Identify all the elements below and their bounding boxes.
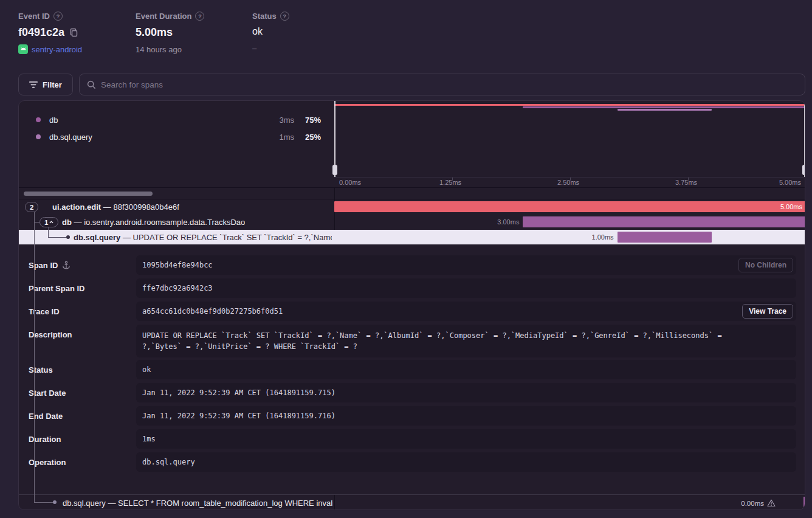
span-bar[interactable]: 5.00ms [334,201,805,212]
duration-value-box: 1ms [136,429,796,449]
legend-duration: 1ms [279,133,294,142]
filter-button[interactable]: Filter [18,74,73,95]
event-id-label-row: Event ID ? [18,12,82,21]
span-duration: 3.00ms [497,216,519,227]
android-icon [18,44,28,54]
minimap-span-line [523,106,805,108]
start-date-value: Jan 11, 2022 9:52:39 AM CET (1641891159.… [142,388,335,397]
status-field-value: ok [142,365,151,374]
operation-field-value: db.sql.query [142,458,195,466]
time-axis: 0.00ms 1.25ms 2.50ms 3.75ms 5.00ms [334,177,805,187]
trace-minimap[interactable] [334,101,805,177]
span-id-value-box: 1095bd4ef8e94bcc No Children [136,255,796,275]
legend-dot [36,117,41,122]
span-row-db-sql-query-selected[interactable]: db.sql.query — UPDATE OR REPLACE `Track`… [19,230,805,244]
span-desc: io.sentry.android.roomsample.data.Tracks… [84,218,245,227]
legend-item-db[interactable]: db 3ms 75% [19,111,334,128]
status-field-label: Status [29,360,132,379]
axis-label: 0.00ms [339,179,361,186]
parent-span-id-value: ffe7dbc92a6942c3 [142,284,213,292]
help-icon[interactable]: ? [195,12,204,21]
warning-icon [767,499,776,507]
parent-span-id-value-box: ffe7dbc92a6942c3 [136,278,796,298]
badge-count: 2 [30,204,33,211]
tree-bullet [66,235,70,239]
zero-duration-span-marker[interactable] [803,497,805,509]
tree-scrollbar-thumb[interactable] [24,192,153,196]
description-value-box: UPDATE OR REPLACE `Track` SET `TrackId` … [136,325,796,357]
tree-bullet [53,500,57,504]
axis-label: 2.50ms [557,179,579,186]
end-date-value-box: Jan 11, 2022 9:52:39 AM CET (1641891159.… [136,406,796,426]
trace-id-value-box: a654cc61dc0b48ef9d0b27275b6f0d51 View Tr… [136,302,796,321]
span-search [79,74,805,95]
trace-id-label: Trace ID [29,302,132,321]
span-op: ui.action.edit [52,202,101,212]
end-date-value: Jan 11, 2022 9:52:39 AM CET (1641891159.… [142,412,335,420]
span-desc: UPDATE OR REPLACE `Track` SET `TrackId` … [133,233,332,242]
span-op: db [62,218,72,227]
event-id-block: Event ID ? f0491c2a sentry-android [18,12,82,54]
description-value: UPDATE OR REPLACE `Track` SET `TrackId` … [142,331,722,351]
span-duration: 5.00ms [780,201,802,212]
span-row-ui-action-edit[interactable]: ui.action.edit — 88f300998a0b4e6f 5.00ms [19,199,805,215]
legend-duration: 3ms [279,116,294,125]
anchor-icon[interactable] [62,261,71,269]
tree-elbow-line [34,502,53,503]
project-link[interactable]: sentry-android [32,45,82,54]
span-detail-page: Event ID ? f0491c2a sentry-android Event… [0,0,812,518]
trace-id-value: a654cc61dc0b48ef9d0b27275b6f0d51 [142,307,283,316]
span-desc: SELECT * FROM room_table_modification_lo… [118,499,333,508]
help-icon[interactable]: ? [280,12,289,21]
no-children-button[interactable]: No Children [738,258,793,272]
duration-field-value: 1ms [142,435,156,443]
axis-label: 1.25ms [439,179,461,186]
event-id-label: Event ID [18,12,50,21]
minimap-span-line [618,109,712,111]
axis-label: 5.00ms [779,179,801,186]
copy-icon[interactable] [69,28,78,37]
status-value-box: ok [136,360,796,379]
event-id-value: f0491c2a [18,26,64,39]
span-count-badge[interactable]: 2 [25,202,38,212]
parent-span-id-label: Parent Span ID [29,278,132,298]
minimap-left-grip[interactable] [332,165,337,175]
span-duration: 0.00ms [741,500,764,507]
collapse-badge[interactable]: 1 [40,217,58,227]
separator: — [74,218,82,227]
legend-op: db [49,116,58,125]
status-block: Status ? ok – [252,12,289,53]
span-row-db-sql-query-select[interactable]: db.sql.query — SELECT * FROM room_table_… [19,494,805,510]
span-id-value: 1095bd4ef8e94bcc [142,261,213,269]
operation-value-box: db.sql.query [136,452,796,472]
legend-item-db-sql-query[interactable]: db.sql.query 1ms 25% [19,128,334,145]
tree-scrollbar-track [19,187,805,199]
span-bar[interactable] [523,216,805,227]
separator: — [108,499,115,508]
span-row-db[interactable]: db — io.sentry.android.roomsample.data.T… [19,215,805,230]
span-op: db.sql.query [63,499,106,508]
span-bar[interactable] [618,232,712,243]
trace-panel: db 3ms 75% db.sql.query 1ms 25% 0.00ms 1… [18,100,805,510]
tree-vertical-line [34,212,35,503]
help-icon[interactable]: ? [53,12,63,21]
search-input[interactable] [101,80,797,89]
description-label: Description [29,325,132,344]
tree-elbow-line [48,227,49,238]
separator: — [123,233,131,242]
end-date-label: End Date [29,406,132,426]
span-duration: 1.00ms [592,232,614,243]
status-value: ok [252,26,263,37]
start-date-label: Start Date [29,383,132,402]
badge-count: 1 [44,219,48,226]
view-trace-button[interactable]: View Trace [742,304,793,319]
tree-elbow-line [48,237,67,238]
minimap-right-grip[interactable] [802,165,805,175]
minimap-span-line [334,104,805,106]
event-duration-label: Event Duration [136,12,191,21]
event-duration-ago: 14 hours ago [136,45,204,54]
duration-field-label: Duration [29,429,132,449]
operation-field-label: Operation [29,452,132,472]
span-id-label: Span ID [29,255,132,275]
legend-percent: 75% [305,116,321,125]
